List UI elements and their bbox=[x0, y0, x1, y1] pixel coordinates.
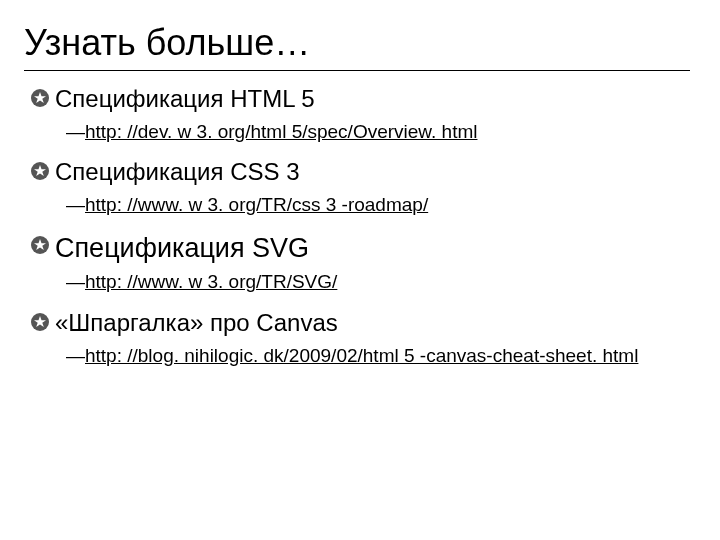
item-link[interactable]: http: //dev. w 3. org/html 5/spec/Overvi… bbox=[85, 121, 477, 142]
item-sub: —http: //www. w 3. org/TR/SVG/ bbox=[66, 270, 680, 295]
list-item: Спецификация CSS 3—http: //www. w 3. org… bbox=[30, 158, 680, 217]
star-bullet-icon bbox=[30, 161, 50, 181]
list-item: «Шпаргалка» про Canvas—http: //blog. nih… bbox=[30, 309, 680, 368]
item-title: Спецификация CSS 3 bbox=[55, 158, 300, 187]
item-link[interactable]: http: //www. w 3. org/TR/css 3 -roadmap/ bbox=[85, 194, 428, 215]
item-sub: —http: //www. w 3. org/TR/css 3 -roadmap… bbox=[66, 193, 680, 218]
items-list: Спецификация HTML 5—http: //dev. w 3. or… bbox=[30, 85, 680, 369]
dash-icon: — bbox=[66, 121, 85, 142]
dash-icon: — bbox=[66, 345, 85, 366]
page-title: Узнать больше… bbox=[24, 22, 690, 71]
item-title: «Шпаргалка» про Canvas bbox=[55, 309, 338, 338]
dash-icon: — bbox=[66, 271, 85, 292]
item-link[interactable]: http: //blog. nihilogic. dk/2009/02/html… bbox=[85, 345, 638, 366]
item-sub: —http: //dev. w 3. org/html 5/spec/Overv… bbox=[66, 120, 680, 145]
item-title: Спецификация SVG bbox=[55, 232, 309, 264]
dash-icon: — bbox=[66, 194, 85, 215]
item-link[interactable]: http: //www. w 3. org/TR/SVG/ bbox=[85, 271, 337, 292]
list-item: Спецификация SVG—http: //www. w 3. org/T… bbox=[30, 232, 680, 295]
list-item: Спецификация HTML 5—http: //dev. w 3. or… bbox=[30, 85, 680, 144]
star-bullet-icon bbox=[30, 88, 50, 108]
star-bullet-icon bbox=[30, 312, 50, 332]
star-bullet-icon bbox=[30, 235, 50, 255]
item-title: Спецификация HTML 5 bbox=[55, 85, 315, 114]
item-sub: —http: //blog. nihilogic. dk/2009/02/htm… bbox=[66, 344, 680, 369]
